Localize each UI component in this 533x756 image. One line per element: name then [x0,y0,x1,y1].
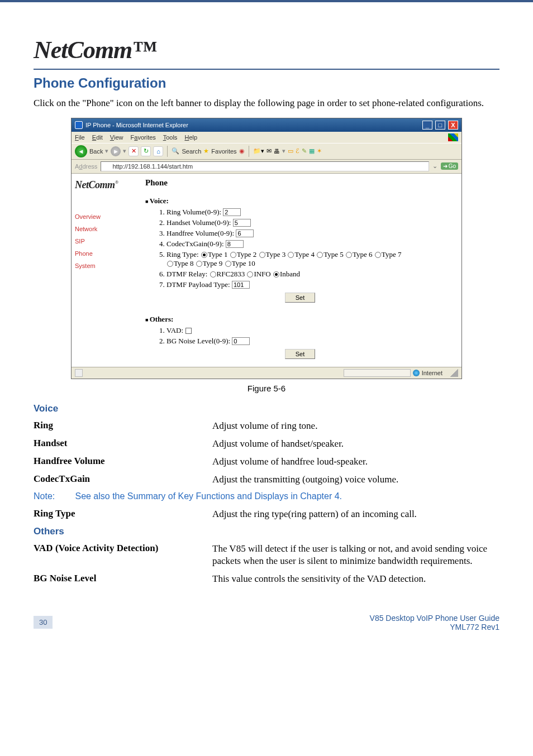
def-term: Ring Type [34,508,212,520]
nav-sip[interactable]: SIP [75,238,135,245]
def-ring-type: Ring Type Adjust the ring type(ring patt… [34,508,499,520]
home-button[interactable]: ⌂ [153,146,163,156]
nav-network[interactable]: Network [75,226,135,232]
voice-section-label: Voice: [145,197,455,205]
ring-type-1-radio[interactable] [201,252,207,258]
dtmf-info-radio[interactable] [247,271,253,277]
handfree-volume-input[interactable] [236,229,254,237]
dtmf-payload-input[interactable] [232,281,250,289]
ie-content: NetComm® Overview Network SIP Phone Syst… [72,174,461,367]
field-vad: VAD: [166,326,455,335]
content-page-title: Phone [145,178,455,188]
close-button[interactable]: X [448,121,458,130]
vad-checkbox[interactable] [185,328,192,334]
voice-heading: Voice [34,403,499,414]
field-ring-type: Ring Type: Type 1 Type 2 Type 3 Type 4 T… [166,250,455,268]
nav-phone[interactable]: Phone [75,250,135,257]
menu-edit[interactable]: Edit [92,134,103,141]
def-bg-noise: BG Noise Level This value controls the s… [34,573,499,585]
refresh-button[interactable]: ↻ [141,146,151,156]
ring-volume-input[interactable] [223,208,241,216]
ring-type-3-radio[interactable] [259,252,265,258]
extra-icon-2[interactable]: ✶ [317,147,322,155]
go-button[interactable]: ➜ Go [441,162,458,170]
def-desc: This value controls the sensitivity of t… [212,573,499,585]
window-controls: _ □ X [421,121,458,130]
minimize-button[interactable]: _ [422,121,432,130]
ring-type-6-radio[interactable] [346,252,352,258]
search-label[interactable]: Search [182,148,201,155]
def-desc: Adjust volume of handfree loud-speaker. [212,456,499,468]
media-icon[interactable]: ◉ [239,147,245,155]
dtmf-rfc2833-radio[interactable] [210,271,216,277]
page-footer: 30 V85 Desktop VoIP Phone User Guide YML… [34,614,499,631]
note-text: See also the Summary of Key Functions an… [75,491,342,501]
extra-icon-1[interactable]: ▦ [309,147,315,155]
def-term: CodecTxGain [34,473,212,486]
address-dropdown-icon[interactable]: ⌄ [432,162,437,170]
ring-type-9-radio[interactable] [196,261,202,267]
ie-menubar: File Edit View Favorites Tools Help [72,132,461,143]
intro-paragraph: Click on the "Phone" icon on the left ba… [34,97,499,110]
print-icon[interactable]: 🖶 [274,148,280,155]
nav-overview[interactable]: Overview [75,213,135,220]
discuss-icon[interactable]: ✎ [302,147,307,155]
def-desc: The V85 will detect if the user is talki… [212,543,499,567]
ring-type-2-radio[interactable] [230,252,236,258]
voice-set-button[interactable]: Set [285,293,316,303]
sidebar-logo: NetComm® [75,179,135,191]
maximize-button[interactable]: □ [435,121,445,130]
def-ring: Ring Adjust volume of ring tone. [34,420,499,432]
stop-button[interactable]: ✕ [129,146,139,156]
others-set-button[interactable]: Set [285,349,316,359]
edit-icon[interactable]: ▭ [288,147,293,155]
def-desc: Adjust volume of ring tone. [212,420,499,432]
address-input[interactable]: http://192.168.1.144/start.htm [101,161,429,171]
handset-volume-input[interactable] [233,219,251,227]
menu-file[interactable]: File [75,134,85,141]
back-label[interactable]: Back [89,148,103,155]
menu-help[interactable]: Help [184,134,197,141]
others-heading: Others [34,526,499,537]
header-logo: NetComm™ [34,36,499,64]
page-heading: Phone Configuration [34,75,499,91]
bg-noise-input[interactable] [232,337,250,345]
ring-type-4-radio[interactable] [288,252,294,258]
ie-toolbar: ◄ Back ▾ ► ▾ ✕ ↻ ⌂ 🔍 Search ★ Favorites … [72,143,461,160]
ring-type-7-radio[interactable] [375,252,381,258]
ring-type-5-radio[interactable] [317,252,323,258]
def-codectxgain: CodecTxGain Adjust the transmitting (out… [34,473,499,486]
page-number: 30 [34,616,53,629]
dtmf-inband-radio[interactable] [273,271,279,277]
search-icon[interactable]: 🔍 [172,147,179,155]
header-divider [34,69,499,70]
favorites-star-icon[interactable]: ★ [203,147,209,155]
menu-favorites[interactable]: Favorites [131,134,156,141]
mail-icon[interactable]: ✉ [266,147,272,155]
field-handfree-volume: Handfree Volume(0-9): [166,229,455,238]
field-dtmf-payload: DTMF Payload Type: [166,280,455,289]
research-icon[interactable]: ℰ [296,147,299,155]
zone-label: Internet [422,370,442,376]
nav-system[interactable]: System [75,262,135,269]
menu-tools[interactable]: Tools [163,134,178,141]
forward-button[interactable]: ► [111,146,121,156]
history-icon[interactable]: 📁▾ [253,147,264,155]
address-url: http://192.168.1.144/start.htm [112,163,193,170]
field-dtmf-relay: DTMF Relay: RFC2833 INFO Inband [166,270,455,279]
ie-main-content: Phone Voice: Ring Volume(0-9): Handset V… [139,174,461,367]
logo-text: NetComm [34,36,132,64]
favorites-label[interactable]: Favorites [211,148,236,155]
done-icon [75,369,83,377]
def-vad: VAD (Voice Activity Detection) The V85 w… [34,543,499,567]
ring-type-8-radio[interactable] [167,261,173,267]
menu-view[interactable]: View [110,134,123,141]
windows-flag-icon [448,133,458,141]
back-button[interactable]: ◄ [75,145,87,157]
ring-type-10-radio[interactable] [225,261,231,267]
def-term: BG Noise Level [34,573,212,585]
codectxgain-input[interactable] [226,240,244,248]
footer-line1: V85 Desktop VoIP Phone User Guide [370,614,499,623]
resize-grip-icon[interactable] [450,369,458,377]
note: Note: See also the Summary of Key Functi… [34,491,499,501]
